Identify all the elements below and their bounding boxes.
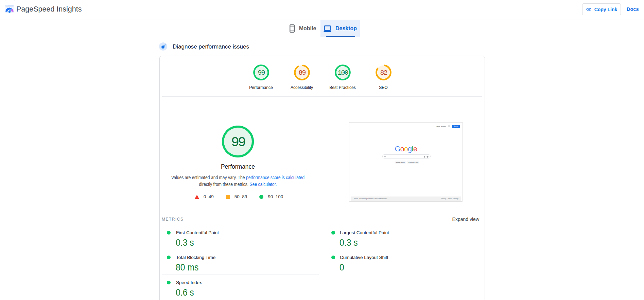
svg-text:99: 99 (231, 135, 245, 150)
svg-text:99: 99 (258, 69, 265, 77)
svg-text:82: 82 (380, 69, 387, 77)
svg-text:100: 100 (337, 69, 348, 77)
svg-text:89: 89 (298, 69, 306, 77)
